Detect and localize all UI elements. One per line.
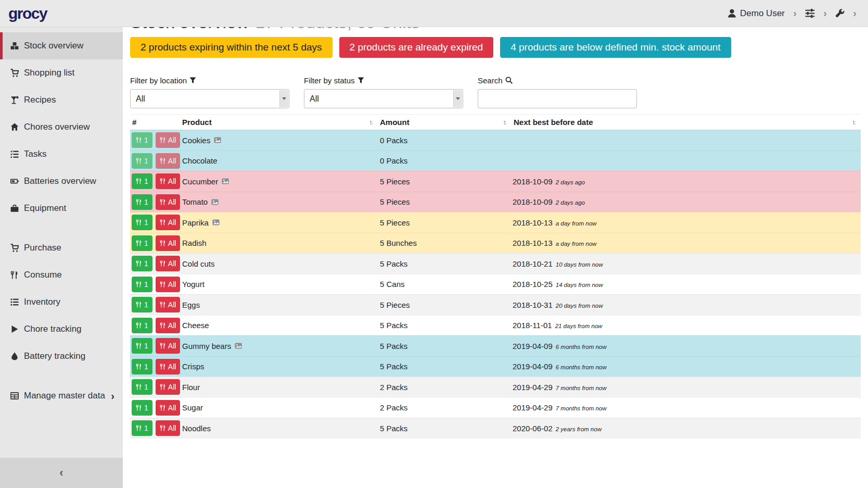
timeago-text: 2 years from now — [556, 426, 602, 432]
top-navbar: grocy Demo User › › › — [0, 0, 868, 27]
user-menu[interactable]: Demo User — [727, 8, 785, 19]
product-picture-icon[interactable] — [214, 136, 221, 144]
sidebar-collapse-toggle[interactable]: ‹ — [0, 458, 123, 488]
consume-all-button[interactable]: All — [156, 215, 181, 230]
main-content: Stock overview 17 Products, 69 Units 2 p… — [123, 0, 868, 439]
location-filter-select[interactable]: All — [130, 89, 289, 108]
best-before-date: 2018-10-13a day from now — [512, 239, 861, 247]
sidebar-item-equipment[interactable]: Equipment — [0, 195, 123, 222]
settings-menu[interactable] — [805, 8, 815, 18]
product-name: Crisps — [182, 362, 205, 371]
consume-one-button: 1 — [132, 153, 152, 169]
sidebar-item-shopping-list[interactable]: Shopping list — [0, 59, 123, 86]
consume-all-button[interactable]: All — [156, 194, 181, 210]
wrench-icon — [835, 9, 845, 18]
sidebar-item-chores-overview[interactable]: Chores overview — [0, 114, 123, 141]
product-picture-icon[interactable] — [235, 342, 242, 349]
chevron-left-icon: ‹ — [59, 466, 63, 480]
sidebar-item-recipes[interactable]: Recipes — [0, 86, 123, 114]
sort-icon: ↑↓ — [369, 119, 374, 126]
timeago-text: 10 days from now — [556, 261, 603, 268]
consume-one-button[interactable]: 1 — [132, 400, 152, 416]
consume-all-button[interactable]: All — [156, 420, 181, 436]
sidebar-item-consume[interactable]: Consume — [0, 261, 123, 289]
filter-funnel-icon — [358, 77, 364, 84]
expired-alert[interactable]: 2 products are already expired — [339, 37, 494, 58]
grocy-logo[interactable]: grocy — [8, 5, 47, 22]
timeago-text: 6 months from now — [556, 364, 607, 370]
product-amount: 5 Pieces — [378, 301, 512, 309]
sidebar-item-inventory[interactable]: Inventory — [0, 289, 123, 316]
timeago-text: a day from now — [556, 241, 597, 247]
list-icon — [9, 298, 19, 306]
sidebar-item-battery-tracking[interactable]: Battery tracking — [0, 343, 123, 370]
status-filter-select[interactable]: All — [304, 89, 463, 108]
product-picture-icon[interactable] — [211, 198, 219, 206]
search-label: Search — [478, 75, 652, 85]
sidebar-item-label: Tasks — [24, 149, 46, 159]
consume-one-button[interactable]: 1 — [132, 235, 152, 251]
sidebar-item-chore-tracking[interactable]: Chore tracking — [0, 316, 123, 343]
sidebar-item-manage-master-data[interactable]: Manage master data› — [0, 382, 123, 409]
consume-one-button[interactable]: 1 — [132, 173, 152, 189]
chevron-right-icon: › — [823, 7, 827, 20]
consume-one-button[interactable]: 1 — [132, 277, 152, 292]
consume-one-button[interactable]: 1 — [132, 297, 152, 312]
consume-one-button[interactable]: 1 — [132, 359, 152, 374]
column-header-product[interactable]: Product ↑↓ — [180, 118, 378, 127]
consume-one-button[interactable]: 1 — [132, 338, 152, 354]
column-header-best-before[interactable]: Next best before date ↑↓ — [512, 118, 861, 127]
sidebar-item-stock-overview[interactable]: Stock overview — [0, 32, 123, 59]
timeago-text: 2 days ago — [556, 199, 585, 206]
sidebar-item-batteries-overview[interactable]: Batteries overview — [0, 168, 123, 195]
consume-all-button[interactable]: All — [156, 379, 181, 395]
sidebar-item-label: Purchase — [24, 243, 61, 253]
consume-one-button[interactable]: 1 — [132, 256, 152, 271]
best-before-date: 2018-10-092 days ago — [512, 197, 861, 206]
sidebar-item-label: Manage master data — [24, 391, 105, 401]
home-icon — [9, 123, 19, 131]
sidebar-item-purchase[interactable]: Purchase — [0, 234, 123, 261]
consume-one-button[interactable]: 1 — [132, 215, 152, 230]
timeago-text: 2 days ago — [556, 179, 585, 185]
product-amount: 5 Packs — [378, 342, 512, 351]
product-name: Flour — [182, 383, 200, 392]
expiring-alert[interactable]: 2 products expiring within the next 5 da… — [130, 37, 333, 58]
consume-all-button[interactable]: All — [156, 277, 181, 292]
consume-all-button[interactable]: All — [156, 173, 181, 189]
table-row-cucumber: 1 All Cucumber 5 Pieces 2018-10-092 days… — [130, 171, 861, 192]
consume-one-button[interactable]: 1 — [132, 318, 152, 333]
consume-one-button[interactable]: 1 — [132, 194, 152, 210]
consume-all-button[interactable]: All — [156, 338, 181, 354]
consume-one-button[interactable]: 1 — [132, 379, 152, 395]
consume-all-button[interactable]: All — [156, 359, 181, 374]
column-header-amount[interactable]: Amount ↑↓ — [378, 118, 512, 127]
consume-one-button[interactable]: 1 — [132, 420, 152, 436]
sort-icon: ↑↓ — [503, 119, 507, 126]
consume-all-button[interactable]: All — [156, 318, 181, 333]
search-input[interactable] — [478, 89, 637, 108]
table-row-paprika: 1 All Paprika 5 Pieces 2018-10-13a day f… — [130, 212, 861, 233]
product-picture-icon[interactable] — [212, 219, 220, 226]
sidebar-item-label: Battery tracking — [24, 351, 85, 361]
location-filter-label: Filter by location — [130, 75, 304, 85]
consume-all-button[interactable]: All — [156, 400, 181, 416]
best-before-date: 2018-10-2514 days from now — [512, 280, 861, 289]
consume-all-button[interactable]: All — [156, 235, 181, 251]
status-filter-value: All — [310, 94, 319, 104]
admin-menu[interactable] — [835, 9, 845, 18]
product-name: Cucumber — [182, 177, 218, 186]
consume-all-button[interactable]: All — [156, 256, 181, 271]
best-before-date: 2020-06-022 years from now — [512, 424, 861, 433]
select-caret-icon — [453, 90, 462, 107]
product-name: Eggs — [182, 301, 200, 309]
product-name: Radish — [182, 239, 207, 247]
sort-icon: ↑↓ — [852, 119, 857, 126]
product-amount: 5 Pieces — [378, 177, 512, 186]
product-name: Paprika — [182, 218, 209, 227]
sidebar-item-tasks[interactable]: Tasks — [0, 141, 123, 168]
consume-all-button[interactable]: All — [156, 297, 181, 312]
chevron-right-icon: › — [853, 7, 857, 20]
product-picture-icon[interactable] — [222, 178, 229, 185]
below-min-alert[interactable]: 4 products are below defined min. stock … — [500, 37, 731, 58]
